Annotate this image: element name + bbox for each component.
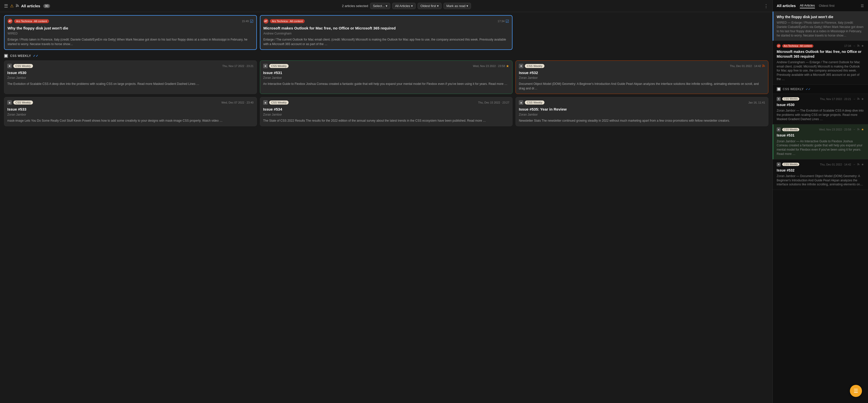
sidebar-time: 17:34 [844,44,851,47]
sidebar-article-header: AT Ars Technica · All content 17:34 → ★ [777,44,864,48]
card-time: Thu, Dec 15 2022 · 23:27 [478,101,509,104]
sidebar-section-divider: ⬜ CSS WEEKLY ✓✓ [773,85,868,94]
sidebar-header: All articles All Articles Oldest first ☰ [773,0,868,11]
sidebar-time: Wed, Nov 23 2022 · 23:58 [819,128,851,131]
sidebar-menu-icon[interactable]: ☰ [861,4,864,8]
rss-icon [16,4,19,8]
svg-point-1 [762,66,763,67]
card-author: WIRED [7,32,253,35]
filter-button[interactable]: All Articles ▾ [392,3,415,9]
svg-point-4 [858,130,858,131]
rss-icon [857,128,860,131]
topbar-center: 2 articles selected Select... ▾ All Arti… [53,3,760,9]
card-snippet: An Interactive Guide to Flexbox Joshua C… [263,82,509,86]
sidebar-article[interactable]: AT Ars Technica · All content 17:34 → ★ … [773,41,868,84]
sidebar-article[interactable]: ■ CSS Weekly Thu, Nov 17 2022 · 23:21 → … [773,94,868,125]
sidebar-time: Thu, Dec 01 2022 · 14:42 [820,163,851,166]
card-title: Issue #535: Year in Review [519,107,765,112]
card-time: Wed, Nov 23 2022 · 23:58 ★ [473,64,509,68]
article-card[interactable]: ■ CSS Weekly Thu, Dec 01 2022 · 14:42 Is… [516,60,768,94]
card-title: Issue #531 [263,70,509,75]
source-dot: AT [7,19,12,24]
card-check-icon: ☑ [505,19,509,24]
card-source: ■ CSS Weekly [519,100,545,105]
arrow-icon: → [852,163,856,166]
article-card[interactable]: ■ CSS Weekly Thu, Nov 17 2022 · 23:21 Is… [4,60,257,94]
source-badge: CSS Weekly [525,64,545,68]
topbar: ☰ ⚠ All articles 90 2 articles selected … [0,0,772,12]
sidebar-source-badge: CSS Weekly [782,163,799,166]
article-count-badge: 90 [43,4,50,8]
select-button[interactable]: Select... ▾ [370,3,390,9]
star-icon: ★ [861,44,864,48]
card-header: ■ CSS Weekly Wed, Dec 07 2022 · 23:40 [7,100,254,105]
card-snippet: mask-image Lets You Do Some Really Cool … [7,118,254,123]
kebab-menu-icon[interactable]: ⋮ [764,3,768,9]
source-badge: CSS Weekly [269,64,289,68]
fab-icon: ☰ [854,388,858,394]
arrow-icon: → [852,128,856,131]
card-header: AT Ars Technica · All content 15:49 ☑ [7,19,253,24]
star-icon: ★ [861,163,864,166]
sort-button[interactable]: Oldest first ▾ [417,3,441,9]
sidebar-article-title: Why the floppy disk just won't die [777,15,864,19]
css-section-icon: ⬜ [4,54,8,58]
source-dot: ■ [519,100,523,105]
article-card[interactable]: ■ CSS Weekly Thu, Dec 15 2022 · 23:27 Is… [260,97,513,126]
sidebar-tab-oldest[interactable]: Oldest first [819,3,835,8]
source-dot: ■ [777,97,781,101]
empty-slot [516,15,768,50]
sidebar-article-title: Issue #531 [777,133,864,138]
sidebar-article-title: Microsoft makes Outlook for Mac free, no… [777,49,864,58]
star-icon: ★ [861,97,864,101]
sidebar-article[interactable]: ■ CSS Weekly Wed, Nov 23 2022 · 23:58 → … [773,124,868,159]
card-time: Thu, Dec 01 2022 · 14:42 [730,64,765,68]
source-dot: ■ [777,127,781,132]
card-source: ■ CSS Weekly [263,64,289,68]
sidebar-article[interactable]: Why the floppy disk just won't die WIRED… [773,11,868,41]
card-check-icon: ☑ [250,19,253,24]
card-author: Andrew Cunningham [264,32,509,35]
right-sidebar: All articles All Articles Oldest first ☰… [772,0,868,403]
source-dot: ■ [519,64,523,68]
source-badge: CSS Weekly [13,64,33,68]
article-card[interactable]: ■ CSS Weekly Wed, Nov 23 2022 · 23:58 ★ … [260,60,513,94]
card-header: ■ CSS Weekly Wed, Nov 23 2022 · 23:58 ★ [263,64,509,68]
sidebar-time: Thu, Nov 17 2022 · 23:21 [820,97,851,100]
source-badge: CSS Weekly [525,100,545,105]
section-header-css: ⬜ CSS WEEKLY ✓✓ [4,54,768,58]
rss-icon [857,163,860,166]
source-dot: ■ [263,64,268,68]
selected-label: 2 articles selected [342,4,368,8]
article-card[interactable]: ■ CSS Weekly Wed, Dec 07 2022 · 23:40 Is… [4,97,257,126]
sidebar-section-title: CSS WEEKLY [783,87,804,91]
card-title: Why the floppy disk just won't die [7,26,253,31]
sidebar-article[interactable]: ■ CSS Weekly Thu, Dec 01 2022 · 14:42 → … [773,160,868,190]
rss-icon [857,97,860,101]
card-author: Zoran Jambor [263,113,509,116]
card-author: Zoran Jambor [519,76,765,80]
source-dot: ■ [263,100,268,105]
article-card[interactable]: AT Ars Technica · All content 17:34 ☑ Mi… [260,15,513,50]
css-sidebar-icon: ⬜ [777,87,781,91]
sidebar-articles-list: Why the floppy disk just won't die WIRED… [773,11,868,403]
card-author: Zoran Jambor [519,113,765,116]
sidebar-article-title: Issue #532 [777,168,864,173]
source-badge: Ars Technica · All content [14,19,49,23]
warning-icon: ⚠ [10,3,13,8]
css-weekly-grid: ■ CSS Weekly Thu, Nov 17 2022 · 23:21 Is… [4,60,768,126]
article-card[interactable]: ■ CSS Weekly Jan 16, 11:41 Issue #535: Y… [516,97,768,126]
fab-button[interactable]: ☰ [850,385,862,397]
sidebar-article-snippet: WIRED — Enlarge / Photo taken in Florenc… [777,21,864,37]
card-header: ■ CSS Weekly Thu, Nov 17 2022 · 23:21 [7,64,254,68]
mark-read-button[interactable]: Mark as read ▾ [443,3,471,9]
article-card[interactable]: AT Ars Technica · All content 15:49 ☑ Wh… [4,15,257,50]
sidebar-tab-all[interactable]: All Articles [800,3,815,8]
hamburger-icon[interactable]: ☰ [4,3,8,9]
card-snippet: Enlarge / Photo taken in Florence, Italy… [7,37,253,46]
card-source: ■ CSS Weekly [519,64,545,68]
card-header: ■ CSS Weekly Thu, Dec 01 2022 · 14:42 [519,64,765,68]
card-time: 15:49 ☑ [242,19,253,24]
card-snippet: Document Object Model (DOM) Geometry: A … [519,82,765,91]
source-badge: CSS Weekly [13,100,33,105]
